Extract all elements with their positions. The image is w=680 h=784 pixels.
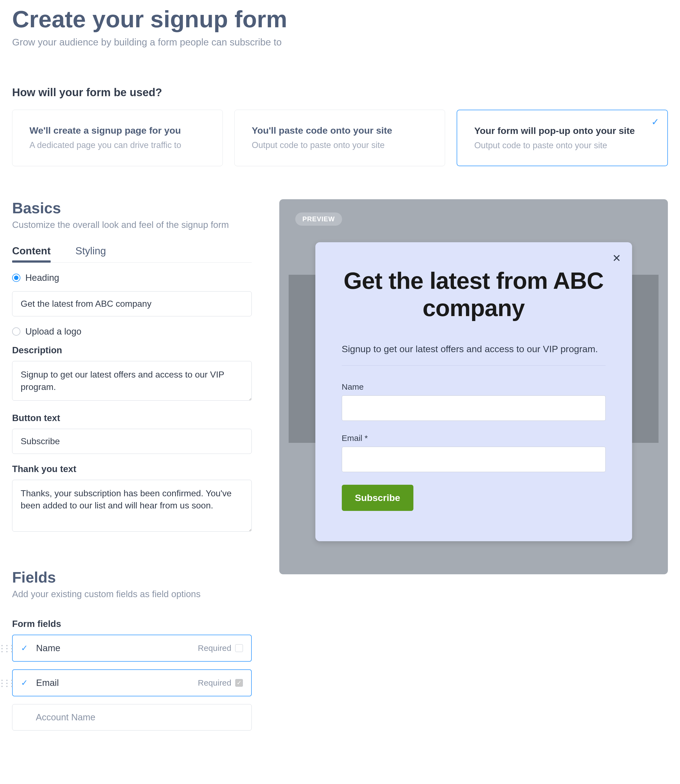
basics-title: Basics (12, 199, 252, 217)
check-icon: ✓ (21, 678, 36, 688)
description-label: Description (12, 345, 252, 355)
required-label: Required (198, 678, 231, 688)
popup-email-input[interactable] (342, 447, 606, 472)
usage-card-signup-page[interactable]: We'll create a signup page for you A ded… (12, 110, 223, 166)
usage-card-paste-code[interactable]: You'll paste code onto your site Output … (235, 110, 445, 166)
thankyou-input[interactable]: Thanks, your subscription has been confi… (12, 480, 252, 532)
usage-card-subtitle: A dedicated page you can drive traffic t… (30, 140, 205, 150)
upload-logo-option-row[interactable]: Upload a logo (12, 326, 252, 337)
field-card-email[interactable]: ✓ Email Required ✓ (12, 669, 252, 696)
fields-title: Fields (12, 568, 252, 586)
required-checkbox[interactable]: ✓ (235, 679, 243, 687)
field-name-label: Email (36, 678, 198, 688)
field-name-label: Account Name (36, 712, 243, 722)
popup-heading: Get the latest from ABC company (342, 267, 606, 322)
tab-styling[interactable]: Styling (76, 245, 106, 262)
upload-logo-option-label: Upload a logo (25, 326, 82, 337)
button-text-input[interactable] (12, 429, 252, 454)
page-subtitle: Grow your audience by building a form pe… (12, 37, 668, 48)
usage-cards: We'll create a signup page for you A ded… (12, 110, 668, 166)
description-input[interactable]: Signup to get our latest offers and acce… (12, 361, 252, 401)
field-card-account-name[interactable]: Account Name (12, 704, 252, 730)
field-name-label: Name (36, 643, 198, 653)
heading-option-label: Heading (25, 273, 59, 283)
required-checkbox[interactable] (235, 644, 243, 652)
usage-card-title: Your form will pop-up onto your site (474, 125, 650, 136)
usage-card-subtitle: Output code to paste onto your site (252, 140, 428, 150)
tabs: Content Styling (12, 245, 252, 263)
popup-name-label: Name (342, 382, 606, 391)
tab-content[interactable]: Content (12, 245, 51, 262)
popup-description: Signup to get our latest offers and acce… (342, 344, 606, 354)
page-title: Create your signup form (12, 6, 668, 33)
form-fields-label: Form fields (12, 618, 252, 629)
drag-handle-icon[interactable]: ● ● ●● ● ●● ● ● (1, 679, 14, 688)
subscribe-button[interactable]: Subscribe (342, 485, 413, 511)
preview-badge: PREVIEW (295, 213, 342, 226)
popup-name-input[interactable] (342, 396, 606, 421)
divider (342, 365, 606, 366)
usage-card-popup[interactable]: ✓ Your form will pop-up onto your site O… (456, 110, 668, 166)
button-text-label: Button text (12, 413, 252, 423)
usage-card-title: We'll create a signup page for you (30, 125, 205, 136)
preview-popup: ✕ Get the latest from ABC company Signup… (315, 242, 632, 541)
radio-selected-icon (12, 274, 20, 282)
thankyou-label: Thank you text (12, 464, 252, 474)
field-card-name[interactable]: ✓ Name Required (12, 635, 252, 662)
heading-input[interactable] (12, 291, 252, 316)
usage-card-subtitle: Output code to paste onto your site (474, 140, 650, 150)
popup-email-label: Email * (342, 434, 606, 443)
usage-heading: How will your form be used? (12, 86, 668, 99)
check-icon: ✓ (21, 643, 36, 653)
check-icon: ✓ (652, 116, 659, 127)
basics-subtitle: Customize the overall look and feel of t… (12, 219, 252, 230)
preview-panel: PREVIEW ✕ Get the latest from ABC compan… (279, 199, 668, 574)
close-icon[interactable]: ✕ (612, 252, 621, 264)
required-label: Required (198, 644, 231, 653)
fields-subtitle: Add your existing custom fields as field… (12, 589, 252, 599)
usage-card-title: You'll paste code onto your site (252, 125, 428, 136)
radio-unselected-icon (12, 327, 20, 336)
drag-handle-icon[interactable]: ● ● ●● ● ●● ● ● (1, 644, 14, 653)
heading-option-row[interactable]: Heading (12, 273, 252, 283)
